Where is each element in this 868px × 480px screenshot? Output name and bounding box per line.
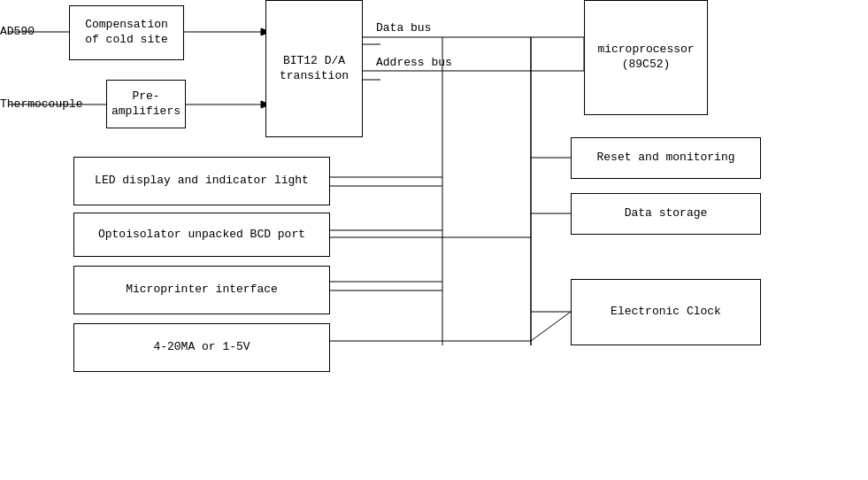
output-box: 4-20MA or 1-5V: [73, 323, 330, 372]
microprinter-box: Microprinter interface: [73, 266, 330, 314]
microprocessor-label: microprocessor(89C52): [597, 43, 694, 73]
led-label: LED display and indicator light: [95, 174, 309, 189]
bit12-label: BIT12 D/Atransition: [280, 54, 349, 84]
svg-line-22: [531, 312, 571, 341]
clock-label: Electronic Clock: [611, 305, 721, 320]
output-label: 4-20MA or 1-5V: [153, 340, 250, 355]
reset-box: Reset and monitoring: [571, 137, 761, 179]
datastorage-box: Data storage: [571, 193, 761, 235]
optoisolator-label: Optoisolator unpacked BCD port: [98, 228, 305, 243]
addressbus-label: Address bus: [376, 56, 452, 69]
compensation-box: Compensation of cold site: [69, 5, 184, 60]
led-box: LED display and indicator light: [73, 157, 330, 205]
microprinter-label: Microprinter interface: [126, 283, 278, 298]
microprocessor-box: microprocessor(89C52): [584, 0, 708, 115]
preamplifiers-box: Pre-amplifiers: [106, 80, 186, 128]
databus-label: Data bus: [376, 21, 431, 35]
reset-label: Reset and monitoring: [596, 151, 734, 166]
compensation-label: Compensation of cold site: [85, 18, 168, 48]
clock-box: Electronic Clock: [571, 279, 761, 345]
block-diagram: AD590 Thermocouple Data bus Address bus …: [0, 0, 868, 480]
datastorage-label: Data storage: [625, 206, 708, 221]
thermocouple-label: Thermocouple: [0, 97, 83, 111]
ad590-label: AD590: [0, 25, 35, 38]
preamplifiers-label: Pre-amplifiers: [111, 89, 181, 120]
bit12-box: BIT12 D/Atransition: [265, 0, 363, 137]
optoisolator-box: Optoisolator unpacked BCD port: [73, 213, 330, 257]
